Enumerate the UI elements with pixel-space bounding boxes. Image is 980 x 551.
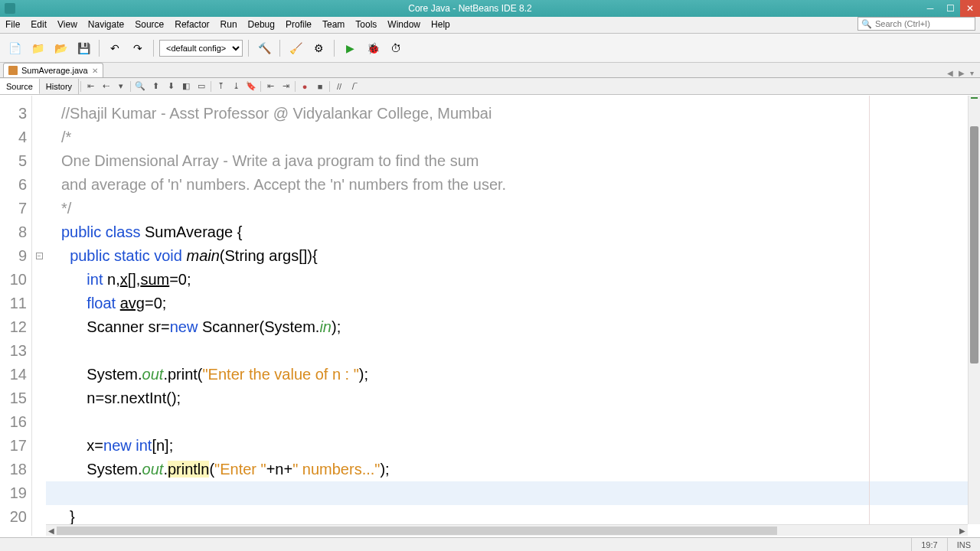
config-select[interactable]: <default config> xyxy=(159,40,243,57)
tab-sumaverage[interactable]: SumAverage.java ✕ xyxy=(3,63,103,77)
editor-header: Source History ⇤ ⇠ ▾ 🔍 ⬆ ⬇ ◧ ▭ ⤒ ⤓ 🔖 ⇤ ⇥… xyxy=(0,78,980,95)
global-search[interactable]: 🔍 xyxy=(858,17,975,31)
editor-tb-macro-stop[interactable]: ■ xyxy=(312,80,328,93)
editor-tb-macro-record[interactable]: ● xyxy=(297,80,312,93)
menu-edit[interactable]: Edit xyxy=(25,17,52,33)
tab-prev-icon[interactable]: ◀ xyxy=(946,69,955,77)
tab-next-icon[interactable]: ▶ xyxy=(957,69,966,77)
menu-bar: File Edit View Navigate Source Refactor … xyxy=(0,17,980,34)
run-button[interactable]: ▶ xyxy=(340,38,360,58)
menu-navigate[interactable]: Navigate xyxy=(83,17,129,33)
redo-button[interactable]: ↷ xyxy=(128,38,148,58)
java-file-icon xyxy=(8,66,18,75)
tab-close-icon[interactable]: ✕ xyxy=(92,67,98,75)
clean-build-button[interactable]: 🧹 xyxy=(286,38,305,58)
fold-gutter: − xyxy=(32,96,46,536)
editor-area[interactable]: 34567891011121314151617181920 − //Shajil… xyxy=(0,96,980,536)
debug-button[interactable]: 🐞 xyxy=(363,38,383,58)
app-logo-icon xyxy=(5,3,15,14)
line-number-gutter: 34567891011121314151617181920 xyxy=(0,96,32,536)
right-margin-line xyxy=(869,96,870,536)
editor-tb-back[interactable]: ⇠ xyxy=(98,80,113,93)
editor-tb-uncomment[interactable]: /‾ xyxy=(347,80,362,93)
minimize-button[interactable]: ─ xyxy=(920,0,940,17)
editor-tb-next-bookmark[interactable]: ⤓ xyxy=(228,80,243,93)
editor-tabs: SumAverage.java ✕ ◀ ▶ ▾ xyxy=(0,63,980,78)
close-button[interactable]: ✕ xyxy=(960,0,980,17)
editor-tb-find-prev[interactable]: ⬆ xyxy=(148,80,163,93)
tab-list-icon[interactable]: ▾ xyxy=(969,69,975,77)
open-project-button[interactable]: 📂 xyxy=(51,38,70,58)
undo-button[interactable]: ↶ xyxy=(105,38,125,58)
editor-tb-toggle-bookmark[interactable]: 🔖 xyxy=(243,80,259,93)
hscroll-right-icon[interactable]: ▶ xyxy=(957,527,968,535)
horizontal-scrollbar[interactable]: ◀ ▶ xyxy=(46,524,968,536)
editor-tb-comment[interactable]: // xyxy=(332,80,347,93)
profile-button[interactable]: ⏱ xyxy=(386,38,406,58)
scroll-thumb[interactable] xyxy=(970,126,978,364)
menu-tools[interactable]: Tools xyxy=(350,17,382,33)
save-all-button[interactable]: 💾 xyxy=(74,38,93,58)
status-bar: 19:7 INS xyxy=(0,537,980,551)
main-toolbar: 📄 📁 📂 💾 ↶ ↷ <default config> 🔨 🧹 ⚙ ▶ 🐞 ⏱ xyxy=(0,34,980,63)
menu-source[interactable]: Source xyxy=(129,17,169,33)
menu-debug[interactable]: Debug xyxy=(243,17,280,33)
menu-run[interactable]: Run xyxy=(215,17,243,33)
menu-window[interactable]: Window xyxy=(382,17,426,33)
editor-tb-prev-bookmark[interactable]: ⤒ xyxy=(213,80,228,93)
search-input[interactable] xyxy=(875,18,975,30)
code-content[interactable]: //Shajil Kumar - Asst Professor @ Vidyal… xyxy=(46,96,980,536)
hscroll-left-icon[interactable]: ◀ xyxy=(46,527,57,535)
new-file-button[interactable]: 📄 xyxy=(5,38,24,58)
new-project-button[interactable]: 📁 xyxy=(28,38,47,58)
editor-tb-last-edit[interactable]: ⇤ xyxy=(83,80,98,93)
window-title: Core Java - NetBeans IDE 8.2 xyxy=(20,3,920,14)
editor-tb-shift-left[interactable]: ⇤ xyxy=(263,80,278,93)
generate-button[interactable]: ⚙ xyxy=(309,38,328,58)
vertical-scrollbar[interactable] xyxy=(968,96,980,524)
menu-help[interactable]: Help xyxy=(426,17,456,33)
editor-tb-forward[interactable]: ▾ xyxy=(113,80,129,93)
subtab-history[interactable]: History xyxy=(40,79,79,94)
menu-refactor[interactable]: Refactor xyxy=(169,17,214,33)
subtab-source[interactable]: Source xyxy=(0,79,40,94)
editor-tb-shift-right[interactable]: ⇥ xyxy=(278,80,293,93)
status-caret-position: 19:7 xyxy=(911,538,946,551)
editor-tb-find-selection[interactable]: 🔍 xyxy=(132,80,148,93)
editor-tb-find-next[interactable]: ⬇ xyxy=(163,80,178,93)
title-bar: Core Java - NetBeans IDE 8.2 ─ ☐ ✕ xyxy=(0,0,980,17)
hscroll-thumb[interactable] xyxy=(57,527,777,535)
menu-team[interactable]: Team xyxy=(317,17,350,33)
menu-view[interactable]: View xyxy=(52,17,83,33)
status-insert-mode: INS xyxy=(947,538,980,551)
maximize-button[interactable]: ☐ xyxy=(940,0,960,17)
scroll-mark xyxy=(971,97,978,99)
editor-tb-toggle-rect[interactable]: ▭ xyxy=(194,80,209,93)
editor-tb-toggle-highlight[interactable]: ◧ xyxy=(178,80,194,93)
search-icon: 🔍 xyxy=(858,19,875,29)
tab-label: SumAverage.java xyxy=(21,66,88,75)
build-button[interactable]: 🔨 xyxy=(254,38,274,58)
menu-profile[interactable]: Profile xyxy=(280,17,317,33)
menu-file[interactable]: File xyxy=(0,17,25,33)
